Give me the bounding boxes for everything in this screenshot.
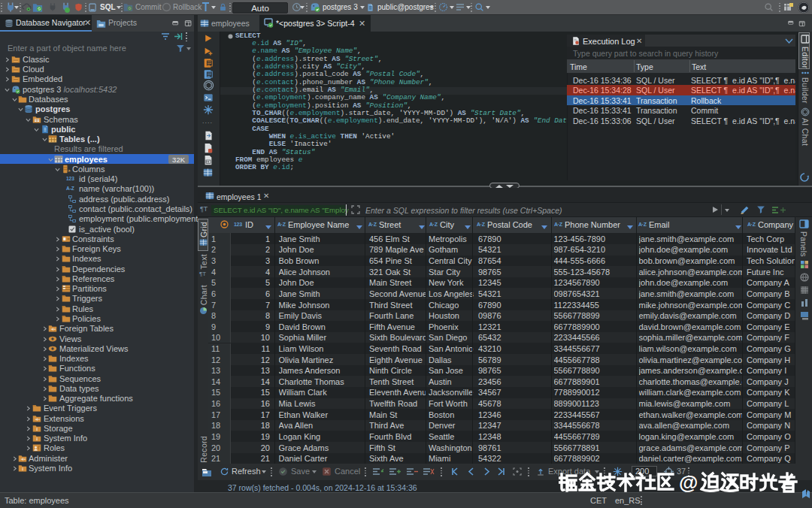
svg-text:@: @ xyxy=(679,471,698,494)
